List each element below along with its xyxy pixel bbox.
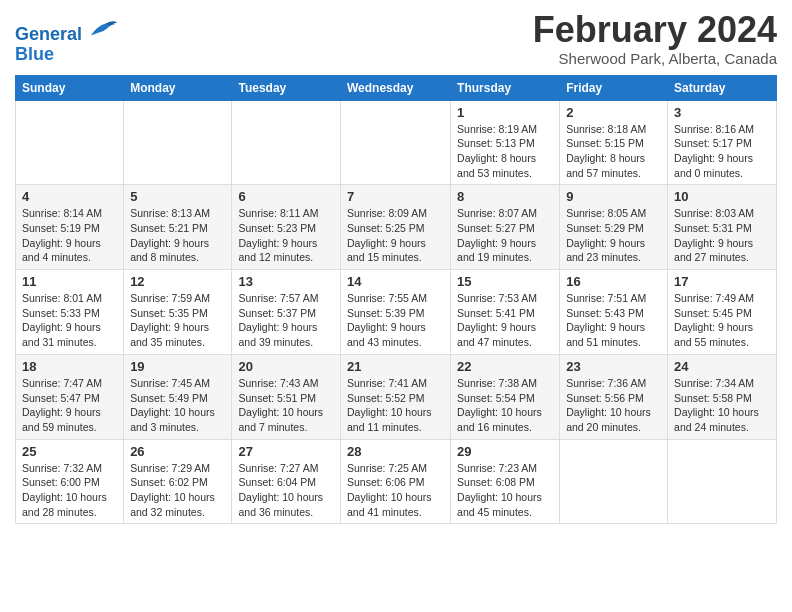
logo: General Blue (15, 18, 117, 65)
calendar-cell: 19Sunrise: 7:45 AM Sunset: 5:49 PM Dayli… (124, 354, 232, 439)
day-number: 2 (566, 105, 661, 120)
calendar-subtitle: Sherwood Park, Alberta, Canada (533, 50, 777, 67)
day-info: Sunrise: 8:03 AM Sunset: 5:31 PM Dayligh… (674, 206, 770, 265)
calendar-cell: 15Sunrise: 7:53 AM Sunset: 5:41 PM Dayli… (451, 270, 560, 355)
day-info: Sunrise: 8:19 AM Sunset: 5:13 PM Dayligh… (457, 122, 553, 181)
calendar-cell: 2Sunrise: 8:18 AM Sunset: 5:15 PM Daylig… (560, 100, 668, 185)
day-info: Sunrise: 7:41 AM Sunset: 5:52 PM Dayligh… (347, 376, 444, 435)
calendar-cell: 13Sunrise: 7:57 AM Sunset: 5:37 PM Dayli… (232, 270, 341, 355)
day-header-thursday: Thursday (451, 75, 560, 100)
day-number: 12 (130, 274, 225, 289)
day-number: 5 (130, 189, 225, 204)
calendar-cell (340, 100, 450, 185)
day-number: 18 (22, 359, 117, 374)
day-number: 25 (22, 444, 117, 459)
day-info: Sunrise: 7:25 AM Sunset: 6:06 PM Dayligh… (347, 461, 444, 520)
calendar-cell (124, 100, 232, 185)
calendar-week-1: 1Sunrise: 8:19 AM Sunset: 5:13 PM Daylig… (16, 100, 777, 185)
calendar-cell: 14Sunrise: 7:55 AM Sunset: 5:39 PM Dayli… (340, 270, 450, 355)
day-number: 3 (674, 105, 770, 120)
calendar-cell: 29Sunrise: 7:23 AM Sunset: 6:08 PM Dayli… (451, 439, 560, 524)
day-info: Sunrise: 7:36 AM Sunset: 5:56 PM Dayligh… (566, 376, 661, 435)
day-number: 4 (22, 189, 117, 204)
calendar-cell (668, 439, 777, 524)
title-block: February 2024 Sherwood Park, Alberta, Ca… (533, 10, 777, 67)
calendar-week-3: 11Sunrise: 8:01 AM Sunset: 5:33 PM Dayli… (16, 270, 777, 355)
calendar-cell: 11Sunrise: 8:01 AM Sunset: 5:33 PM Dayli… (16, 270, 124, 355)
day-header-sunday: Sunday (16, 75, 124, 100)
calendar-cell: 22Sunrise: 7:38 AM Sunset: 5:54 PM Dayli… (451, 354, 560, 439)
calendar-cell (16, 100, 124, 185)
day-number: 9 (566, 189, 661, 204)
day-info: Sunrise: 8:14 AM Sunset: 5:19 PM Dayligh… (22, 206, 117, 265)
day-number: 10 (674, 189, 770, 204)
day-number: 23 (566, 359, 661, 374)
day-number: 19 (130, 359, 225, 374)
calendar-header-row: SundayMondayTuesdayWednesdayThursdayFrid… (16, 75, 777, 100)
calendar-cell: 17Sunrise: 7:49 AM Sunset: 5:45 PM Dayli… (668, 270, 777, 355)
day-info: Sunrise: 7:29 AM Sunset: 6:02 PM Dayligh… (130, 461, 225, 520)
day-info: Sunrise: 7:32 AM Sunset: 6:00 PM Dayligh… (22, 461, 117, 520)
day-info: Sunrise: 7:47 AM Sunset: 5:47 PM Dayligh… (22, 376, 117, 435)
day-number: 14 (347, 274, 444, 289)
calendar-cell: 6Sunrise: 8:11 AM Sunset: 5:23 PM Daylig… (232, 185, 341, 270)
day-number: 29 (457, 444, 553, 459)
calendar-table: SundayMondayTuesdayWednesdayThursdayFrid… (15, 75, 777, 525)
day-info: Sunrise: 8:11 AM Sunset: 5:23 PM Dayligh… (238, 206, 334, 265)
calendar-cell: 5Sunrise: 8:13 AM Sunset: 5:21 PM Daylig… (124, 185, 232, 270)
day-number: 26 (130, 444, 225, 459)
calendar-week-4: 18Sunrise: 7:47 AM Sunset: 5:47 PM Dayli… (16, 354, 777, 439)
day-info: Sunrise: 8:01 AM Sunset: 5:33 PM Dayligh… (22, 291, 117, 350)
day-info: Sunrise: 7:23 AM Sunset: 6:08 PM Dayligh… (457, 461, 553, 520)
day-header-tuesday: Tuesday (232, 75, 341, 100)
day-info: Sunrise: 7:51 AM Sunset: 5:43 PM Dayligh… (566, 291, 661, 350)
day-number: 20 (238, 359, 334, 374)
calendar-cell: 10Sunrise: 8:03 AM Sunset: 5:31 PM Dayli… (668, 185, 777, 270)
day-header-monday: Monday (124, 75, 232, 100)
day-number: 16 (566, 274, 661, 289)
logo-text: General (15, 18, 117, 45)
day-header-wednesday: Wednesday (340, 75, 450, 100)
calendar-cell: 23Sunrise: 7:36 AM Sunset: 5:56 PM Dayli… (560, 354, 668, 439)
day-number: 24 (674, 359, 770, 374)
day-info: Sunrise: 7:49 AM Sunset: 5:45 PM Dayligh… (674, 291, 770, 350)
day-number: 27 (238, 444, 334, 459)
day-number: 28 (347, 444, 444, 459)
calendar-cell: 21Sunrise: 7:41 AM Sunset: 5:52 PM Dayli… (340, 354, 450, 439)
calendar-cell: 18Sunrise: 7:47 AM Sunset: 5:47 PM Dayli… (16, 354, 124, 439)
day-info: Sunrise: 7:43 AM Sunset: 5:51 PM Dayligh… (238, 376, 334, 435)
day-header-friday: Friday (560, 75, 668, 100)
day-number: 11 (22, 274, 117, 289)
calendar-cell: 28Sunrise: 7:25 AM Sunset: 6:06 PM Dayli… (340, 439, 450, 524)
calendar-cell: 20Sunrise: 7:43 AM Sunset: 5:51 PM Dayli… (232, 354, 341, 439)
calendar-cell: 26Sunrise: 7:29 AM Sunset: 6:02 PM Dayli… (124, 439, 232, 524)
logo-bird-icon (89, 18, 117, 40)
day-number: 22 (457, 359, 553, 374)
calendar-cell: 4Sunrise: 8:14 AM Sunset: 5:19 PM Daylig… (16, 185, 124, 270)
day-info: Sunrise: 7:45 AM Sunset: 5:49 PM Dayligh… (130, 376, 225, 435)
day-number: 1 (457, 105, 553, 120)
calendar-cell (232, 100, 341, 185)
calendar-cell: 7Sunrise: 8:09 AM Sunset: 5:25 PM Daylig… (340, 185, 450, 270)
day-info: Sunrise: 7:34 AM Sunset: 5:58 PM Dayligh… (674, 376, 770, 435)
logo-text-blue: Blue (15, 45, 117, 65)
calendar-title: February 2024 (533, 10, 777, 50)
day-info: Sunrise: 7:59 AM Sunset: 5:35 PM Dayligh… (130, 291, 225, 350)
day-info: Sunrise: 7:53 AM Sunset: 5:41 PM Dayligh… (457, 291, 553, 350)
calendar-cell: 12Sunrise: 7:59 AM Sunset: 5:35 PM Dayli… (124, 270, 232, 355)
day-info: Sunrise: 8:09 AM Sunset: 5:25 PM Dayligh… (347, 206, 444, 265)
calendar-cell: 16Sunrise: 7:51 AM Sunset: 5:43 PM Dayli… (560, 270, 668, 355)
calendar-cell: 8Sunrise: 8:07 AM Sunset: 5:27 PM Daylig… (451, 185, 560, 270)
day-number: 8 (457, 189, 553, 204)
calendar-week-5: 25Sunrise: 7:32 AM Sunset: 6:00 PM Dayli… (16, 439, 777, 524)
day-info: Sunrise: 7:55 AM Sunset: 5:39 PM Dayligh… (347, 291, 444, 350)
calendar-cell: 27Sunrise: 7:27 AM Sunset: 6:04 PM Dayli… (232, 439, 341, 524)
calendar-cell: 1Sunrise: 8:19 AM Sunset: 5:13 PM Daylig… (451, 100, 560, 185)
calendar-cell (560, 439, 668, 524)
day-number: 21 (347, 359, 444, 374)
day-header-saturday: Saturday (668, 75, 777, 100)
day-info: Sunrise: 8:07 AM Sunset: 5:27 PM Dayligh… (457, 206, 553, 265)
day-info: Sunrise: 8:13 AM Sunset: 5:21 PM Dayligh… (130, 206, 225, 265)
calendar-cell: 3Sunrise: 8:16 AM Sunset: 5:17 PM Daylig… (668, 100, 777, 185)
day-info: Sunrise: 7:38 AM Sunset: 5:54 PM Dayligh… (457, 376, 553, 435)
